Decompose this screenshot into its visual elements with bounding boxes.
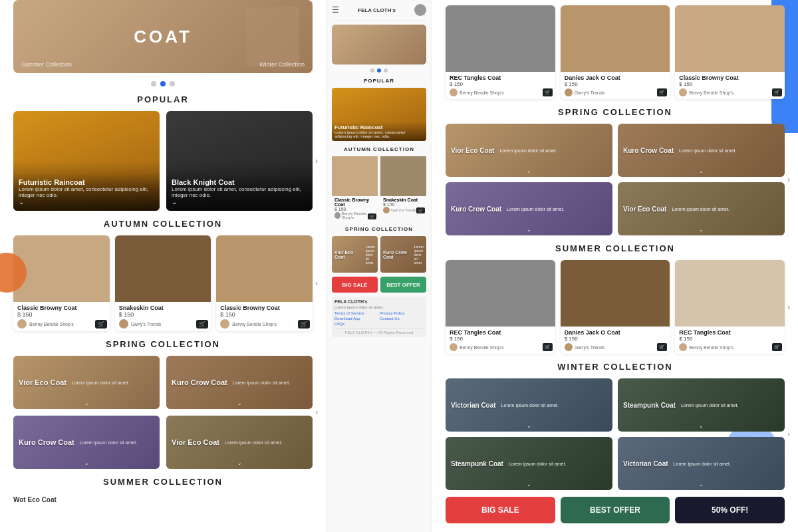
autumn-card-1[interactable]: Classic Browny Coat $ 150 Benny Bendie S… xyxy=(13,235,110,331)
mid-spring-card-2[interactable]: Kuro Crow Coat Lorem ipsum dolor sit ame… xyxy=(380,236,426,273)
right-summer-avatar-3 xyxy=(679,343,687,351)
autumn-scroll-arrow[interactable]: › xyxy=(315,279,318,288)
right-summer-cart-2[interactable]: 🛒 xyxy=(657,343,667,351)
middle-panel: ☰ FELA CLOTH's COAT POPULAR Futuristic R… xyxy=(326,0,432,532)
right-spring-card-4[interactable]: Vior Eco Coat Lorem ipsum dolor sit amet… xyxy=(618,182,785,235)
spring-card-1-title: Vior Eco Coat xyxy=(19,378,66,386)
mid-dot-3[interactable] xyxy=(384,68,388,72)
autumn-card-1-cart[interactable]: 🛒 xyxy=(95,320,107,329)
autumn-card-3[interactable]: Classic Browny Coat $ 150 Benny Bendie S… xyxy=(216,235,313,331)
right-summer-cart-1[interactable]: 🛒 xyxy=(543,343,553,351)
spring-card-4-title: Vior Eco Coat xyxy=(172,438,219,446)
hero-subtitle-left: Summer Collection xyxy=(21,61,72,68)
mid-hero-banner: COAT xyxy=(332,25,426,65)
right-hero-seller-row-2: Garry's Trends xyxy=(565,88,666,96)
right-winter-card-3[interactable]: Steampunk Coat Lorem ipsum dolor sit ame… xyxy=(446,437,612,490)
right-summer-card-1[interactable]: REC Tangles Coat $ 150 Benny Bendie Shop… xyxy=(446,260,555,354)
right-spring-scroll-arrow[interactable]: › xyxy=(787,175,790,184)
autumn-card-1-seller-name: Benny Bendie Shop's xyxy=(29,322,74,327)
right-summer-scroll-arrow[interactable]: › xyxy=(787,303,790,312)
mid-autumn-card-1[interactable]: Classic Browny Coat $ 150 Benny Bendie S… xyxy=(332,156,378,221)
dot-3[interactable] xyxy=(170,81,175,86)
mid-best-offer-banner[interactable]: BEST OFFER xyxy=(380,277,426,293)
right-hero-body-1: REC Tangles Coat $ 150 Benny Bendie Shop… xyxy=(446,72,555,99)
big-sale-banner[interactable]: BIG SALE xyxy=(446,497,555,523)
dot-1[interactable] xyxy=(151,81,156,86)
wot-eco-coat-label: Wot Eco Coat xyxy=(13,493,313,506)
mid-brand: FELA CLOTH's xyxy=(358,7,396,13)
spring-card-2-chevron: ⌄ xyxy=(237,400,242,406)
right-spring-card-2[interactable]: Kuro Crow Coat Lorem ipsum dolor sit ame… xyxy=(618,124,785,177)
autumn-card-2-wrapper: Snakeskin Coat $ 150 Garry's Trends 🛒 xyxy=(115,235,211,331)
mid-spring-grid: Vior Eco Coat Lorem ipsum dolor sit amet… xyxy=(332,236,426,273)
mid-autumn-avatar-2 xyxy=(383,207,390,213)
popular-card-1[interactable]: Futuristic Raincoat Lorem ipsum dolor si… xyxy=(13,111,160,211)
right-spring-card-4-title: Vior Eco Coat xyxy=(623,205,666,213)
right-summer-card-2[interactable]: Danies Jack O Coat $ 150 Garry's Trends … xyxy=(561,260,670,354)
mid-sale-grid: BIG SALE BEST OFFER xyxy=(332,277,426,293)
mid-big-sale-banner[interactable]: BIG SALE xyxy=(332,277,378,293)
mid-autumn-cart-2[interactable]: 🛒 xyxy=(416,207,425,213)
right-summer-cart-3[interactable]: 🛒 xyxy=(772,343,782,351)
spring-card-2-desc: Lorem ipsum dolor sit amet. xyxy=(233,380,307,385)
winter-chevron-2: ⌄ xyxy=(699,423,704,429)
right-hero-sname-2: Garry's Trends xyxy=(575,90,605,95)
right-hero-card-3[interactable]: Classic Browny Coat $ 150 Benny Bendie S… xyxy=(675,5,785,99)
mid-autumn-cart-1[interactable]: 🛒 xyxy=(368,213,376,219)
right-spring-card-3[interactable]: Kuro Crow Coat Lorem ipsum dolor sit ame… xyxy=(446,182,612,235)
spring-card-4[interactable]: Vior Eco Coat Lorem ipsum dolor sit amet… xyxy=(166,416,313,469)
mid-user-avatar[interactable] xyxy=(414,4,426,16)
right-hero-card-1[interactable]: REC Tangles Coat $ 150 Benny Bendie Shop… xyxy=(446,5,555,99)
summer-section-title: SUMMER COLLECTION xyxy=(13,477,313,487)
footer-faqs-link[interactable]: FAQs xyxy=(334,322,378,326)
mid-spring-card-1[interactable]: Vior Eco Coat Lorem ipsum dolor sit amet… xyxy=(332,236,378,273)
footer-contact-link[interactable]: Contact Us xyxy=(380,317,424,321)
right-hero-cart-2[interactable]: 🛒 xyxy=(657,88,667,96)
footer-privacy-link[interactable]: Privacy Policy xyxy=(380,311,424,315)
mid-dot-2[interactable] xyxy=(377,68,381,72)
best-offer-banner[interactable]: BEST OFFER xyxy=(561,497,670,523)
popular-card-2[interactable]: Black Knight Coat Lorem ipsum dolor sit … xyxy=(166,111,313,211)
mid-nav: ☰ FELA CLOTH's xyxy=(332,0,426,21)
right-spring-card-1[interactable]: Vior Eco Coat Lorem ipsum dolor sit amet… xyxy=(446,124,612,177)
right-scroll-arrow[interactable]: › xyxy=(315,156,318,166)
mid-spring-title-1: Vior Eco Coat xyxy=(334,250,364,259)
right-spring-card-1-title: Vior Eco Coat xyxy=(451,147,494,154)
dot-2[interactable] xyxy=(160,81,166,86)
autumn-card-2[interactable]: Snakeskin Coat $ 150 Garry's Trends 🛒 xyxy=(115,235,211,331)
mid-autumn-price-1: $ 150 xyxy=(334,207,375,211)
right-hero-cart-1[interactable]: 🛒 xyxy=(543,88,553,96)
spring-chevron-3: ⌄ xyxy=(527,227,531,233)
popular-card-2-title: Black Knight Coat xyxy=(172,178,307,186)
right-summer-name-1: REC Tangles Coat xyxy=(450,329,551,336)
right-winter-card-4[interactable]: Victorian Coat Lorem ipsum dolor sit ame… xyxy=(618,437,785,490)
right-winter-card-2-title: Steampunk Coat xyxy=(623,402,676,409)
spring-card-1[interactable]: Vior Eco Coat Lorem ipsum dolor sit amet… xyxy=(13,356,160,409)
spring-scroll-arrow[interactable]: › xyxy=(315,408,318,417)
right-winter-card-1[interactable]: Victorian Coat Lorem ipsum dolor sit ame… xyxy=(446,378,612,432)
right-hero-seller-row-3: Benny Bendie Shop's xyxy=(679,88,781,96)
spring-card-2[interactable]: Kuro Crow Coat Lorem ipsum dolor sit ame… xyxy=(166,356,313,409)
footer-terms-link[interactable]: Terms of Service xyxy=(334,311,378,315)
right-summer-card-3[interactable]: REC Tangles Coat $ 150 Benny Bendie Shop… xyxy=(675,260,785,354)
autumn-card-2-cart[interactable]: 🛒 xyxy=(196,320,208,329)
winter-chevron-4: ⌄ xyxy=(699,481,704,487)
hamburger-icon[interactable]: ☰ xyxy=(332,5,339,15)
right-summer-grid: REC Tangles Coat $ 150 Benny Bendie Shop… xyxy=(446,260,785,354)
mid-popular-card-1-title: Futuristic Raincoat xyxy=(334,124,424,130)
right-hero-card-2[interactable]: Danies Jack O Coat $ 150 Garry's Trends … xyxy=(561,5,670,99)
spring-card-3[interactable]: Kuro Crow Coat Lorem ipsum dolor sit ame… xyxy=(13,416,160,469)
right-hero-cart-3[interactable]: 🛒 xyxy=(772,88,782,96)
right-winter-scroll-arrow[interactable]: › xyxy=(787,430,790,439)
footer-download-link[interactable]: Download App xyxy=(334,317,378,321)
mid-autumn-price-2: $ 150 xyxy=(383,202,424,207)
autumn-card-3-cart[interactable]: 🛒 xyxy=(298,320,310,329)
right-winter-card-2[interactable]: Steampunk Coat Lorem ipsum dolor sit ame… xyxy=(618,378,785,432)
mid-autumn-card-2[interactable]: Snakeskin Coat $ 150 Garry's Trends 🛒 xyxy=(380,156,426,221)
mid-autumn-name-1: Classic Browny Coat xyxy=(334,198,375,207)
right-summer-sname-3: Benny Bendie Shop's xyxy=(689,345,733,350)
mid-dot-1[interactable] xyxy=(370,68,374,72)
right-winter-card-3-desc: Lorem ipsum dolor sit amet. xyxy=(509,462,607,466)
mid-popular-card-1[interactable]: Futuristic Raincoat Lorem ipsum dolor si… xyxy=(332,88,426,141)
fifty-off-banner[interactable]: 50% OFF! xyxy=(675,497,785,523)
